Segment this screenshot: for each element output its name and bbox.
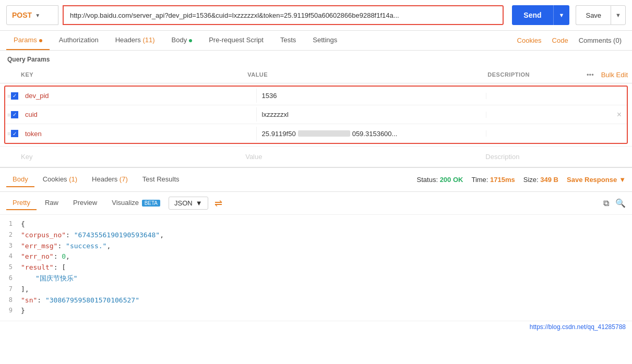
checkbox-icon-1[interactable] <box>11 92 18 100</box>
code-line-7: 7 ], <box>0 284 632 295</box>
delete-row-2[interactable]: × <box>612 110 627 119</box>
resp-tab-headers[interactable]: Headers (7) <box>86 172 134 187</box>
status-label: Status: 200 OK <box>417 176 463 184</box>
param-row-dev_pid: ≡ dev_pid 1536 <box>5 87 627 105</box>
footer: https://blog.csdn.net/qq_41285788 <box>0 321 632 333</box>
params-header: KEY VALUE DESCRIPTION ••• Bulk Edit <box>0 66 632 83</box>
empty-value-placeholder[interactable]: Value <box>240 151 480 163</box>
save-response-chevron-icon: ▼ <box>619 176 626 184</box>
save-btn-group: Save ▼ <box>576 5 626 25</box>
format-select[interactable]: JSON ▼ <box>169 197 208 210</box>
code-line-3: 3 "err_msg": "success.", <box>0 241 632 252</box>
col-desc-header: DESCRIPTION <box>480 69 587 80</box>
send-dropdown-button[interactable]: ▼ <box>553 5 570 25</box>
view-preview-button[interactable]: Preview <box>67 196 103 210</box>
code-line-8: 8 "sn": "308679595801570106527" <box>0 295 632 306</box>
tab-params[interactable]: Params <box>6 31 50 50</box>
tab-tests[interactable]: Tests <box>273 31 303 50</box>
row-drag-handle-1: ≡ <box>5 93 9 99</box>
param-key-3[interactable]: token <box>20 127 256 141</box>
checkbox-icon-3[interactable] <box>11 130 18 137</box>
empty-param-row: Key Value Description <box>0 146 632 167</box>
empty-desc-placeholder[interactable]: Description <box>480 151 632 163</box>
row-drag-handle-3: ≡ <box>5 130 9 137</box>
right-tabs: Cookies Code Comments (0) <box>513 31 626 50</box>
code-line-2: 2 "corpus_no": "6743556190190593648", <box>0 230 632 241</box>
top-bar: POST ▼ Send ▼ Save ▼ <box>0 0 632 31</box>
empty-key-placeholder[interactable]: Key <box>0 151 240 163</box>
send-button[interactable]: Send <box>512 5 553 25</box>
save-button[interactable]: Save <box>576 5 611 25</box>
method-chevron-icon: ▼ <box>35 13 40 18</box>
resp-tab-body[interactable]: Body <box>6 172 34 187</box>
size-label: Size: 349 B <box>523 176 558 184</box>
comments-link[interactable]: Comments (0) <box>575 31 626 50</box>
tabs-bar: Params Authorization Headers (11) Body P… <box>0 31 632 51</box>
param-desc-2[interactable] <box>486 112 611 118</box>
param-value-3[interactable]: 25.9119f50 059.3153600... <box>256 127 486 141</box>
view-pretty-button[interactable]: Pretty <box>6 196 37 210</box>
tab-body[interactable]: Body <box>164 31 200 50</box>
row-drag-handle-2: ≡ <box>5 112 9 118</box>
view-visualize-button[interactable]: Visualize BETA <box>105 196 166 210</box>
method-select[interactable]: POST ▼ <box>6 5 58 25</box>
wrap-lines-icon[interactable]: ⇌ <box>214 198 222 209</box>
view-bar: Pretty Raw Preview Visualize BETA JSON ▼… <box>0 192 632 215</box>
param-row-token: ≡ token 25.9119f50 059.3153600... <box>5 124 627 143</box>
section-title: Query Params <box>0 51 632 66</box>
code-line-1: 1 { <box>0 219 632 230</box>
code-line-6: 6 "国庆节快乐" <box>0 273 632 284</box>
row-checkbox-1[interactable] <box>9 92 20 100</box>
save-dropdown-button[interactable]: ▼ <box>611 5 626 25</box>
param-row-cuid: ≡ cuid lxzzzzzxl × <box>5 105 627 124</box>
code-line-5: 5 "result": [ <box>0 262 632 273</box>
blurred-token-value <box>298 130 350 137</box>
query-params-section: Query Params KEY VALUE DESCRIPTION ••• B… <box>0 51 632 167</box>
send-btn-group: Send ▼ <box>512 5 569 25</box>
copy-icon[interactable]: ⧉ <box>603 199 609 208</box>
bulk-edit-button[interactable]: Bulk Edit <box>601 71 628 79</box>
params-dot <box>39 39 42 42</box>
row-checkbox-3[interactable] <box>9 130 20 137</box>
body-dot <box>189 39 192 42</box>
code-line-4: 4 "err_no": 0, <box>0 251 632 262</box>
search-icon[interactable]: 🔍 <box>615 198 626 208</box>
response-bar: Body Cookies (1) Headers (7) Test Result… <box>0 167 632 192</box>
code-area: 1 { 2 "corpus_no": "6743556190190593648"… <box>0 215 632 321</box>
tab-headers[interactable]: Headers (11) <box>108 31 162 50</box>
save-response-button[interactable]: Save Response ▼ <box>567 176 626 184</box>
cookies-link[interactable]: Cookies <box>513 31 546 50</box>
tab-pre-request-script[interactable]: Pre-request Script <box>201 31 271 50</box>
row-checkbox-2[interactable] <box>9 111 20 118</box>
url-input[interactable] <box>63 5 504 25</box>
response-status-group: Status: 200 OK Time: 1715ms Size: 349 B … <box>417 176 626 184</box>
col-key-header: KEY <box>0 69 240 80</box>
col-actions-header: ••• Bulk Edit <box>587 69 628 80</box>
param-key-1[interactable]: dev_pid <box>20 89 256 103</box>
param-desc-1[interactable] <box>486 93 627 99</box>
more-options-icon[interactable]: ••• <box>587 71 594 79</box>
param-value-1[interactable]: 1536 <box>256 89 486 103</box>
checkbox-icon-2[interactable] <box>11 111 18 118</box>
resp-tab-test-results[interactable]: Test Results <box>136 172 186 187</box>
param-desc-3[interactable] <box>486 130 627 137</box>
code-line-9: 9 } <box>0 306 632 317</box>
tab-settings[interactable]: Settings <box>305 31 344 50</box>
col-value-header: VALUE <box>240 69 480 80</box>
time-label: Time: 1715ms <box>471 176 515 184</box>
view-raw-button[interactable]: Raw <box>39 196 65 210</box>
param-key-2[interactable]: cuid <box>20 107 256 122</box>
method-label: POST <box>12 11 32 19</box>
tab-authorization[interactable]: Authorization <box>52 31 106 50</box>
footer-link[interactable]: https://blog.csdn.net/qq_41285788 <box>530 323 626 331</box>
code-link[interactable]: Code <box>548 31 573 50</box>
resp-tab-cookies[interactable]: Cookies (1) <box>37 172 84 187</box>
beta-badge: BETA <box>142 200 160 207</box>
format-chevron-icon: ▼ <box>196 199 202 207</box>
param-value-2[interactable]: lxzzzzzxl <box>256 107 486 122</box>
params-rows-container: ≡ dev_pid 1536 ≡ cuid lxzzzzzxl × <box>4 86 628 144</box>
